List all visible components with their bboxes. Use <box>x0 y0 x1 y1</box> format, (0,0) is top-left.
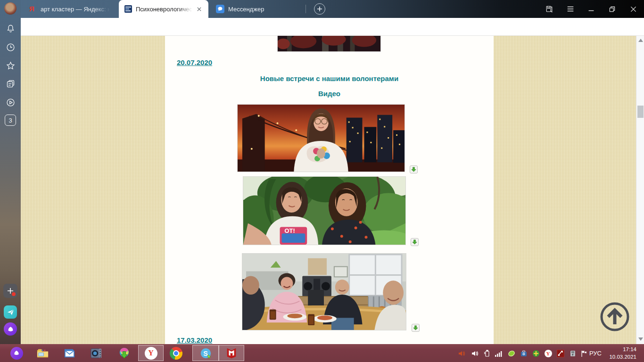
tray-security-case-icon[interactable] <box>520 349 528 357</box>
site-favicon <box>124 5 132 13</box>
history-clock-icon[interactable] <box>5 42 16 52</box>
tray-clock[interactable]: 17:14 10.03.2021 <box>605 346 636 361</box>
tab-art-cluster[interactable]: Я арт кластер — Яндекс: на <box>23 0 117 18</box>
tab-label: арт кластер — Яндекс: на <box>41 6 111 13</box>
yandex-letter: Y <box>148 349 154 357</box>
post-title: Новые встречи с нашими волонтерами <box>165 74 494 82</box>
messenger-favicon <box>216 5 224 13</box>
scrollbar-down-arrow[interactable] <box>638 337 643 341</box>
tray-green-cross-icon[interactable] <box>532 349 540 357</box>
taskbar-skype-open[interactable]: S <box>192 345 219 361</box>
video-download-button[interactable] <box>411 238 419 246</box>
windows-taskbar: Y S <box>0 344 644 362</box>
taskbar-media-player-icon[interactable] <box>89 346 102 360</box>
taskbar-file-explorer-icon[interactable] <box>36 346 49 360</box>
tab-label: Психоневрологический <box>136 6 193 13</box>
scrollbar-thumb[interactable] <box>637 106 644 118</box>
page-viewport: 20.07.2020 Новые встречи с нашими волонт… <box>21 36 636 362</box>
taskbar-alice-icon[interactable] <box>10 346 23 360</box>
browser-sidebar: 3 <box>0 0 21 362</box>
alice-assistant-icon[interactable] <box>4 322 17 336</box>
next-post-date-link[interactable]: 17.03.2020 <box>177 336 212 344</box>
video-download-button[interactable] <box>412 324 420 332</box>
svg-text:S: S <box>203 349 208 357</box>
restore-button[interactable] <box>607 4 617 14</box>
language-code: РУС <box>589 350 602 357</box>
tray-adobe-tool-icon[interactable] <box>556 349 564 357</box>
post-date-link[interactable]: 20.07.2020 <box>177 58 212 66</box>
taskbar-download-manager-icon[interactable] <box>117 346 130 360</box>
tray-date: 10.03.2021 <box>605 353 636 361</box>
collections-icon[interactable] <box>5 79 16 89</box>
video-thumbnail-residents-table[interactable] <box>242 253 406 330</box>
new-tab-button[interactable] <box>314 3 325 15</box>
close-button[interactable] <box>628 4 638 14</box>
video-download-button[interactable] <box>410 165 418 173</box>
tray-time: 17:14 <box>605 346 636 353</box>
taskbar-yandex-browser-open[interactable]: Y <box>138 345 164 361</box>
open-tabs-counter[interactable]: 3 <box>5 115 16 126</box>
yandex-favicon: Я <box>29 5 37 13</box>
scroll-to-top-button[interactable] <box>599 301 631 333</box>
sidebar-add-button[interactable] <box>3 284 17 298</box>
yandex-messenger-icon[interactable] <box>4 305 17 319</box>
browser-menu-icon[interactable] <box>565 4 576 14</box>
tab-internat-active[interactable]: Психоневрологический <box>119 0 208 18</box>
video-label: Видео <box>165 90 494 98</box>
video-thumbnail-girls-garden[interactable]: ОТ! <box>243 176 406 245</box>
shirt-text: ОТ! <box>284 227 295 234</box>
video-thumbnail-girl-bridge[interactable] <box>237 104 405 172</box>
taskbar-mcafee-open[interactable] <box>219 345 244 361</box>
taskbar-mail-icon[interactable] <box>63 346 76 360</box>
tab-label: Мессенджер <box>228 6 289 13</box>
tray-volume-mixer-icon[interactable] <box>457 349 465 357</box>
tab-close-icon[interactable] <box>195 5 203 13</box>
tray-volume-icon[interactable] <box>471 349 479 357</box>
tray-language-indicator[interactable]: РУС <box>586 344 605 362</box>
screen: Я арт кластер — Яндекс: на Психоневролог… <box>0 0 644 362</box>
notifications-bell-icon[interactable] <box>5 23 16 33</box>
bookmarks-panel-icon[interactable] <box>544 4 554 14</box>
minimize-button[interactable] <box>586 4 596 14</box>
tray-battery-icon[interactable] <box>483 349 491 357</box>
content-column: 20.07.2020 Новые встречи с нашими волонт… <box>165 36 494 362</box>
notification-dot <box>12 292 16 296</box>
scrollbar-up-arrow[interactable] <box>638 39 643 42</box>
previous-photo-cutoff[interactable] <box>277 36 381 52</box>
browser-tab-bar: Я арт кластер — Яндекс: на Психоневролог… <box>0 0 644 18</box>
browser-toolbar: Я internat-polessk.klgd.socinfo.ru Психо… <box>0 18 644 36</box>
tray-antivirus-icon[interactable] <box>507 349 515 357</box>
profile-avatar[interactable] <box>4 2 17 15</box>
tray-network-signal-icon[interactable] <box>494 349 502 357</box>
yandex-letter: Y <box>546 351 550 356</box>
video-play-icon[interactable] <box>5 97 16 107</box>
tray-usb-device-icon[interactable] <box>569 349 577 357</box>
bookmarks-star-icon[interactable] <box>5 60 16 71</box>
tray-yandex-icon[interactable]: Y <box>544 349 552 357</box>
tab-separator <box>305 5 306 13</box>
tab-count-value: 3 <box>8 117 12 124</box>
taskbar-chrome-icon[interactable] <box>169 346 182 360</box>
page-scrollbar[interactable] <box>636 36 644 362</box>
tab-messenger[interactable]: Мессенджер <box>210 0 305 18</box>
